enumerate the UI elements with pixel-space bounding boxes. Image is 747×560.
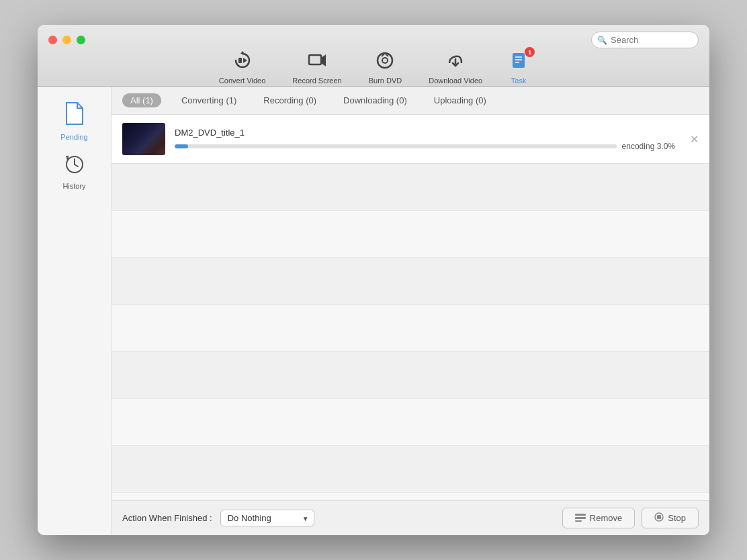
svg-rect-1 xyxy=(238,58,242,63)
sidebar-item-history[interactable]: History xyxy=(44,150,105,194)
table-row: DM2_DVD_title_1 encoding 3.0% ✕ xyxy=(112,115,709,164)
empty-row xyxy=(112,446,709,493)
tab-all[interactable]: All (1) xyxy=(122,93,161,107)
toolbar-item-convert-video[interactable]: Convert Video xyxy=(219,51,266,85)
tab-bar: All (1) Converting (1) Recording (0) Dow… xyxy=(112,87,709,115)
toolbar-label-task: Task xyxy=(511,77,527,85)
convert-video-icon xyxy=(233,51,252,75)
burn-dvd-icon xyxy=(376,51,394,75)
minimize-button[interactable] xyxy=(62,36,71,44)
empty-row xyxy=(112,352,709,399)
sidebar-item-pending[interactable]: Pending xyxy=(44,97,105,145)
action-select[interactable]: Do Nothing Quit Application Sleep Shutdo… xyxy=(220,510,314,526)
sidebar: Pending History xyxy=(38,87,112,535)
svg-point-6 xyxy=(382,58,388,63)
task-badge: 1 xyxy=(525,47,535,57)
toolbar-label-download-video: Download Video xyxy=(429,77,482,85)
svg-line-16 xyxy=(75,165,78,167)
history-icon xyxy=(64,154,85,179)
svg-marker-0 xyxy=(240,51,245,54)
close-button[interactable] xyxy=(48,36,57,44)
progress-bar-fill xyxy=(175,144,188,148)
svg-rect-3 xyxy=(309,55,321,64)
task-thumbnail xyxy=(122,123,165,155)
task-status: encoding 3.0% xyxy=(622,142,675,151)
maximize-button[interactable] xyxy=(77,36,85,44)
task-info: DM2_DVD_title_1 encoding 3.0% xyxy=(175,128,675,151)
empty-row xyxy=(112,164,709,211)
remove-button-label: Remove xyxy=(590,513,622,523)
toolbar-item-burn-dvd[interactable]: Burn DVD xyxy=(369,51,402,85)
content-area: All (1) Converting (1) Recording (0) Dow… xyxy=(112,87,709,535)
toolbar-label-record-screen: Record Screen xyxy=(292,77,341,85)
toolbar-item-download-video[interactable]: Download Video xyxy=(429,51,482,85)
task-icon: 1 xyxy=(509,51,528,75)
search-icon: 🔍 xyxy=(597,36,607,45)
toolbar-label-burn-dvd: Burn DVD xyxy=(369,77,402,85)
svg-rect-18 xyxy=(575,517,586,519)
tab-uploading[interactable]: Uploading (0) xyxy=(427,93,493,107)
stop-icon xyxy=(654,512,664,524)
svg-rect-21 xyxy=(657,515,661,519)
download-video-icon xyxy=(446,51,465,75)
task-progress-row: encoding 3.0% xyxy=(175,142,675,151)
main-window: 🔍 Convert Video xyxy=(38,25,709,535)
empty-row xyxy=(112,399,709,446)
empty-row xyxy=(112,258,709,305)
toolbar-label-convert-video: Convert Video xyxy=(219,77,266,85)
bottom-right-buttons: Remove Stop xyxy=(562,508,699,528)
pending-icon xyxy=(64,101,85,130)
tab-converting[interactable]: Converting (1) xyxy=(175,93,243,107)
action-when-finished-label: Action When Finished : xyxy=(122,513,212,523)
remove-icon xyxy=(575,512,586,524)
sidebar-label-pending: Pending xyxy=(60,133,87,141)
task-close-button[interactable]: ✕ xyxy=(690,133,699,146)
bottom-bar: Action When Finished : Do Nothing Quit A… xyxy=(112,500,709,535)
toolbar: Convert Video Record Screen xyxy=(38,51,709,90)
remove-button[interactable]: Remove xyxy=(562,508,635,528)
task-name: DM2_DVD_title_1 xyxy=(175,128,675,138)
window-controls xyxy=(48,36,85,44)
toolbar-item-record-screen[interactable]: Record Screen xyxy=(292,51,341,85)
main-content: Pending History All (1) xyxy=(38,87,709,535)
stop-button[interactable]: Stop xyxy=(642,508,699,528)
task-list: DM2_DVD_title_1 encoding 3.0% ✕ xyxy=(112,115,709,500)
sidebar-label-history: History xyxy=(62,182,85,190)
empty-row xyxy=(112,305,709,352)
toolbar-item-task[interactable]: 1 Task xyxy=(509,51,528,85)
svg-point-5 xyxy=(378,53,392,68)
svg-rect-10 xyxy=(513,53,525,68)
action-select-wrapper: Do Nothing Quit Application Sleep Shutdo… xyxy=(220,510,314,526)
record-screen-icon xyxy=(308,51,326,75)
empty-row xyxy=(112,211,709,258)
progress-bar-bg xyxy=(175,144,617,148)
search-input[interactable] xyxy=(591,32,699,48)
stop-button-label: Stop xyxy=(668,513,686,523)
svg-rect-17 xyxy=(575,514,586,516)
tab-recording[interactable]: Recording (0) xyxy=(257,93,323,107)
svg-rect-19 xyxy=(575,520,582,522)
svg-marker-2 xyxy=(243,58,247,63)
search-container: 🔍 xyxy=(591,32,699,48)
tab-downloading[interactable]: Downloading (0) xyxy=(337,93,414,107)
titlebar: 🔍 Convert Video xyxy=(38,25,709,87)
